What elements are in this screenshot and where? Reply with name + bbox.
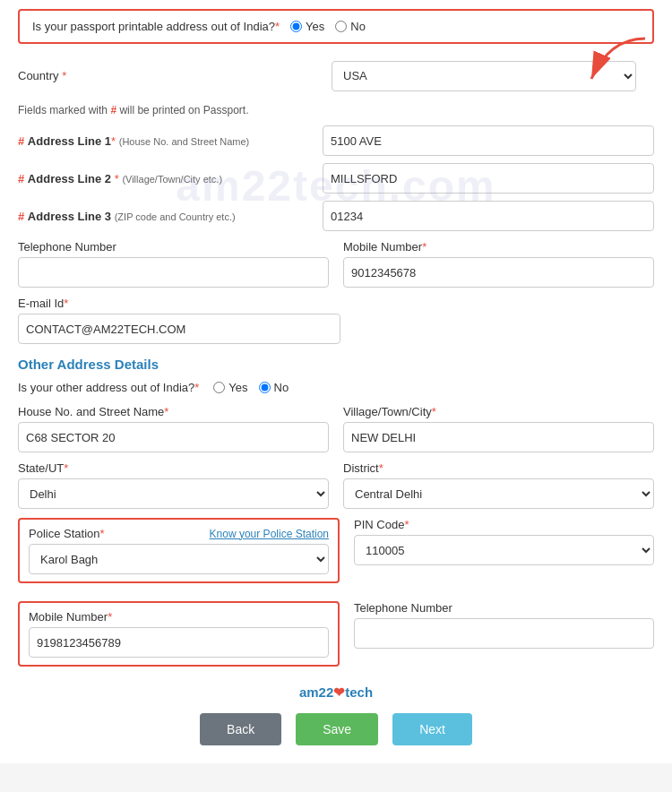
house-col: House No. and Street Name*	[18, 405, 329, 452]
other-yes-radio[interactable]	[213, 382, 225, 393]
email-section: E-mail Id*	[18, 297, 654, 344]
email-label: E-mail Id*	[18, 297, 654, 310]
email-input-wrapper	[18, 314, 340, 344]
village-label: Village/Town/City*	[343, 405, 654, 418]
address-line2-input[interactable]	[323, 163, 654, 194]
address-line1-wrapper	[323, 125, 654, 156]
address-line1-input[interactable]	[323, 125, 654, 156]
village-col: Village/Town/City*	[343, 405, 654, 452]
email-input[interactable]	[18, 314, 340, 344]
button-row: Back Save Next	[18, 713, 654, 745]
passport-note: Fields marked with # will be printed on …	[18, 104, 654, 116]
address-line1-label: # Address Line 1* (House No. and Street …	[18, 134, 323, 148]
passport-no-label[interactable]: No	[335, 20, 366, 33]
state-label: State/UT*	[18, 461, 329, 475]
no-text: No	[350, 20, 366, 33]
save-button[interactable]: Save	[296, 713, 378, 745]
house-label: House No. and Street Name*	[18, 405, 329, 418]
mobile2-tel2-row: Mobile Number* Telephone Number	[18, 601, 654, 676]
know-police-link[interactable]: Know your Police Station	[210, 528, 329, 540]
pin-select[interactable]: 110005 110001 110002	[354, 535, 654, 565]
police-box: Police Station* Know your Police Station…	[18, 518, 340, 583]
district-select[interactable]: Central Delhi East Delhi West Delhi Nort…	[343, 478, 654, 509]
country-select-wrapper: USA India UK Canada Australia	[332, 61, 636, 91]
address-line2-row: # Address Line 2 * (Village/Town/City et…	[18, 163, 654, 194]
mobile-col: Mobile Number*	[343, 240, 654, 288]
telephone-col: Telephone Number	[18, 240, 329, 288]
state-col: State/UT* Delhi Maharashtra Karnataka Ta…	[18, 461, 329, 509]
country-label: Country *	[18, 69, 108, 82]
other-no-text: No	[274, 381, 289, 394]
phone-row: Telephone Number Mobile Number*	[18, 240, 654, 288]
pin-label: PIN Code*	[354, 518, 654, 531]
mobile2-box: Mobile Number*	[18, 601, 340, 667]
telephone-input[interactable]	[18, 257, 329, 288]
house-input[interactable]	[18, 422, 329, 452]
heart-icon: ❤	[333, 684, 345, 700]
country-row: Country * USA India UK Canada Australia	[18, 56, 654, 95]
mobile-label: Mobile Number*	[343, 240, 654, 254]
mobile2-label: Mobile Number*	[29, 610, 112, 624]
other-radio-group: Yes No	[213, 381, 289, 394]
other-yes-label[interactable]: Yes	[213, 381, 247, 394]
state-select[interactable]: Delhi Maharashtra Karnataka Tamil Nadu	[18, 478, 329, 509]
country-select[interactable]: USA India UK Canada Australia	[332, 61, 636, 91]
address-line3-wrapper	[323, 201, 654, 231]
bottom-watermark: am22❤tech	[18, 684, 654, 701]
police-label: Police Station*	[29, 527, 105, 540]
other-no-radio[interactable]	[259, 382, 271, 393]
passport-radio-group: Yes No	[290, 20, 366, 33]
address-section: # Address Line 1* (House No. and Street …	[18, 125, 654, 231]
police-label-row: Police Station* Know your Police Station	[29, 527, 329, 540]
next-button[interactable]: Next	[392, 713, 472, 745]
required-star: *	[275, 20, 280, 33]
other-address-title: Other Address Details	[18, 357, 654, 372]
other-address-question: Is your other address out of India?* Yes…	[18, 381, 654, 394]
police-pin-row: Police Station* Know your Police Station…	[18, 518, 654, 592]
mobile-input[interactable]	[343, 257, 654, 288]
other-question-text: Is your other address out of India?*	[18, 381, 199, 394]
telephone-label: Telephone Number	[18, 240, 329, 254]
address-line2-wrapper	[323, 163, 654, 194]
passport-question-text: Is your passport printable address out o…	[32, 20, 280, 33]
house-village-row: House No. and Street Name* Village/Town/…	[18, 405, 654, 452]
passport-no-radio[interactable]	[335, 21, 347, 32]
passport-question-box: Is your passport printable address out o…	[18, 9, 654, 44]
passport-yes-radio[interactable]	[290, 21, 302, 32]
other-yes-text: Yes	[228, 381, 247, 394]
state-district-row: State/UT* Delhi Maharashtra Karnataka Ta…	[18, 461, 654, 509]
telephone2-input[interactable]	[354, 618, 654, 649]
telephone2-label: Telephone Number	[354, 601, 654, 615]
address-line3-input[interactable]	[323, 201, 654, 231]
mobile2-input[interactable]	[29, 627, 329, 658]
district-label: District*	[343, 461, 654, 475]
telephone2-col: Telephone Number	[354, 601, 654, 676]
address-line3-label: # Address Line 3 (ZIP code and Country e…	[18, 210, 323, 223]
address-line1-row: # Address Line 1* (House No. and Street …	[18, 125, 654, 156]
pin-col: PIN Code* 110005 110001 110002	[354, 518, 654, 592]
district-col: District* Central Delhi East Delhi West …	[343, 461, 654, 509]
yes-text: Yes	[306, 20, 324, 33]
address-line2-label: # Address Line 2 * (Village/Town/City et…	[18, 172, 323, 185]
passport-yes-label[interactable]: Yes	[290, 20, 324, 33]
other-no-label[interactable]: No	[259, 381, 289, 394]
mobile2-label-row: Mobile Number*	[29, 610, 329, 624]
village-input[interactable]	[343, 422, 654, 452]
address-line3-row: # Address Line 3 (ZIP code and Country e…	[18, 201, 654, 231]
back-button[interactable]: Back	[200, 713, 281, 745]
police-select[interactable]: Karol Bagh Connaught Place Lajpat Nagar	[29, 544, 329, 574]
